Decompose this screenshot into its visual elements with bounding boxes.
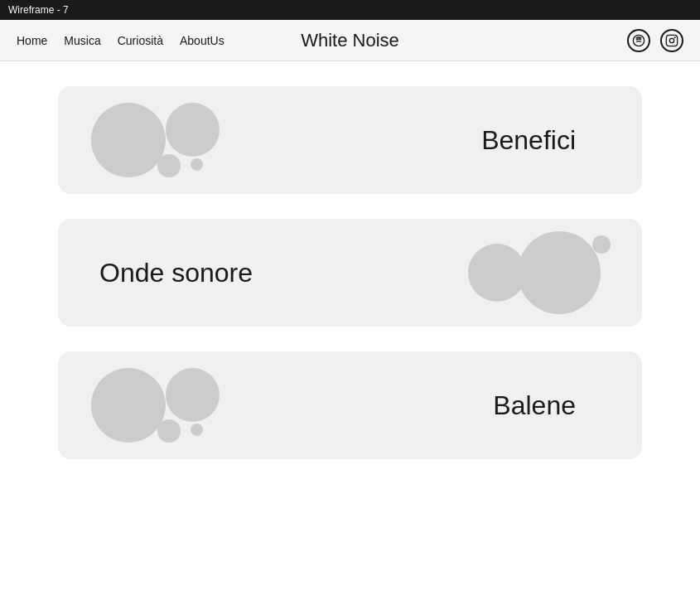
circle-decoration: [157, 419, 181, 443]
circle-decoration: [166, 103, 220, 157]
svg-point-2: [669, 38, 673, 42]
circle-decoration: [592, 235, 611, 254]
card-balene-label: Balene: [493, 390, 576, 421]
spotify-icon[interactable]: [627, 29, 650, 52]
circle-decoration: [91, 103, 166, 177]
svg-rect-1: [666, 35, 677, 46]
title-bar: Wireframe - 7: [0, 0, 700, 20]
circle-decoration: [518, 231, 601, 314]
circle-decoration: [191, 424, 203, 436]
nav-home[interactable]: Home: [17, 34, 47, 47]
nav-links: Home Musica Curiosità AboutUs: [17, 34, 224, 47]
circle-decoration: [191, 158, 203, 171]
card-onde-sonore[interactable]: Onde sonore: [58, 219, 642, 327]
svg-point-3: [674, 36, 676, 38]
circle-decoration: [157, 154, 181, 177]
circle-decoration: [166, 368, 220, 422]
card-onde-sonore-label: Onde sonore: [99, 258, 253, 288]
card-benefici[interactable]: Benefici: [58, 86, 642, 194]
circle-decoration: [91, 368, 166, 443]
card-balene[interactable]: Balene: [58, 351, 642, 459]
nav-icons: [627, 29, 683, 52]
instagram-icon[interactable]: [660, 29, 683, 52]
page-title: White Noise: [301, 30, 399, 51]
nav-aboutus[interactable]: AboutUs: [180, 34, 224, 47]
nav-curiosita[interactable]: Curiosità: [118, 34, 163, 47]
title-bar-label: Wireframe - 7: [8, 4, 69, 16]
navbar: Home Musica Curiosità AboutUs White Nois…: [0, 20, 700, 61]
main-content: Benefici Onde sonore Balene: [0, 61, 700, 484]
nav-musica[interactable]: Musica: [64, 34, 100, 47]
card-benefici-label: Benefici: [481, 125, 576, 156]
